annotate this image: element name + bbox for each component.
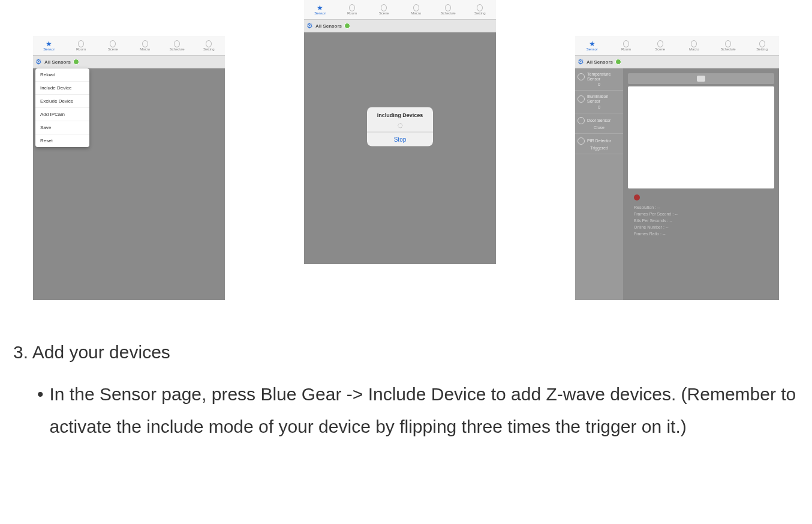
camera-panel: Resolution : -- Frames Per Second : -- B… — [623, 68, 779, 300]
macro-icon — [142, 40, 148, 47]
sensor-header-title: All Sensors — [315, 23, 342, 29]
tab-scene[interactable]: Scene — [97, 36, 129, 55]
scene-icon — [110, 40, 116, 47]
screenshot-including: ★ Sensor Room Scene Macro Schedule Se — [304, 0, 496, 264]
stat-fps: Frames Per Second : -- — [634, 211, 774, 217]
menu-reload[interactable]: Reload — [35, 68, 89, 82]
tab-macro[interactable]: Macro — [129, 36, 161, 55]
gear-icon[interactable]: ⚙ — [35, 58, 42, 66]
tab-sensor[interactable]: ★ Sensor — [575, 36, 609, 55]
camera-view[interactable] — [628, 86, 774, 188]
menu-reset[interactable]: Reset — [35, 134, 89, 147]
door-icon — [578, 117, 585, 124]
camera-stats: Resolution : -- Frames Per Second : -- B… — [628, 204, 774, 237]
stat-online: Online Number : -- — [634, 224, 774, 230]
spinner-icon: ◌ — [367, 121, 433, 132]
setting-icon — [206, 40, 212, 47]
tab-room[interactable]: Room — [609, 36, 643, 55]
tab-sensor[interactable]: ★ Sensor — [33, 36, 65, 55]
stat-bps: Bits Per Seconds : -- — [634, 217, 774, 224]
tab-bar: ★ Sensor Room Scene Macro Schedule Se — [304, 0, 496, 20]
gear-dropdown: Reload Include Device Exclude Device Add… — [35, 68, 89, 147]
sensor-header-title: All Sensors — [44, 59, 71, 65]
home-icon — [78, 40, 84, 47]
sidebar-item-door[interactable]: Door Sensor Close — [575, 113, 623, 134]
home-icon — [623, 40, 629, 47]
sensor-header: ⚙ All Sensors — [304, 20, 496, 32]
bullet-marker: • — [37, 378, 44, 443]
including-modal: Including Devices ◌ Stop — [367, 107, 433, 146]
tab-bar: ★ Sensor Room Scene Macro Schedule Se — [33, 36, 225, 56]
bullet-text: In the Sensor page, press Blue Gear -> I… — [50, 378, 805, 443]
sidebar-item-illumination[interactable]: Illumination Sensor 0 — [575, 91, 623, 113]
menu-save[interactable]: Save — [35, 121, 89, 134]
stat-resolution: Resolution : -- — [634, 204, 774, 211]
gear-icon[interactable]: ⚙ — [306, 22, 313, 30]
menu-include-device[interactable]: Include Device — [35, 82, 89, 95]
menu-add-ipcam[interactable]: Add IPCam — [35, 108, 89, 121]
star-icon: ★ — [46, 41, 52, 47]
camera-header — [628, 73, 774, 84]
setting-icon — [477, 4, 483, 11]
status-dot-icon — [73, 59, 79, 65]
gear-icon[interactable]: ⚙ — [578, 58, 584, 66]
tab-sensor[interactable]: ★ Sensor — [304, 0, 336, 19]
modal-title: Including Devices — [367, 107, 433, 121]
sidebar-item-temperature[interactable]: Temperature Sensor 0 — [575, 68, 623, 91]
stat-ratio: Frames Ratio : -- — [634, 230, 774, 237]
star-icon: ★ — [589, 41, 596, 47]
schedule-icon — [725, 40, 731, 47]
macro-icon — [691, 40, 697, 47]
schedule-icon — [174, 40, 180, 47]
screenshot-camera: ★ Sensor Room Scene Macro Schedule Se — [575, 36, 779, 300]
tab-schedule[interactable]: Schedule — [432, 0, 464, 19]
tab-setting[interactable]: Setting — [464, 0, 496, 19]
scene-icon — [657, 40, 663, 47]
tab-setting[interactable]: Setting — [193, 36, 225, 55]
home-icon — [349, 4, 355, 11]
sensor-header-title: All Sensors — [587, 59, 613, 65]
camera-icon — [697, 76, 705, 82]
motion-icon — [578, 137, 585, 145]
macro-icon — [413, 4, 419, 11]
scene-icon — [381, 4, 387, 11]
record-icon — [634, 194, 640, 200]
tab-schedule[interactable]: Schedule — [161, 36, 193, 55]
tab-room[interactable]: Room — [65, 36, 97, 55]
step-heading: 3. Add your devices — [13, 342, 812, 363]
schedule-icon — [445, 4, 451, 11]
sensor-sidebar: Temperature Sensor 0 Illumination Sensor… — [575, 68, 623, 300]
status-dot-icon — [615, 59, 621, 65]
tab-schedule[interactable]: Schedule — [711, 36, 745, 55]
screenshot-menu: ★ Sensor Room Scene Macro Schedule Se — [33, 36, 225, 300]
tab-scene[interactable]: Scene — [368, 0, 400, 19]
temp-icon — [578, 73, 585, 80]
stop-button[interactable]: Stop — [367, 132, 433, 146]
tab-scene[interactable]: Scene — [643, 36, 677, 55]
tab-macro[interactable]: Macro — [677, 36, 711, 55]
sensor-header: ⚙ All Sensors — [33, 56, 225, 68]
status-dot-icon — [344, 23, 350, 29]
tab-bar: ★ Sensor Room Scene Macro Schedule Se — [575, 36, 779, 56]
setting-icon — [759, 40, 765, 47]
tab-macro[interactable]: Macro — [400, 0, 432, 19]
sidebar-item-pir[interactable]: PIR Detector Triggered — [575, 134, 623, 154]
menu-exclude-device[interactable]: Exclude Device — [35, 95, 89, 108]
instructions-block: 3. Add your devices • In the Sensor page… — [0, 300, 812, 443]
tab-setting[interactable]: Setting — [745, 36, 779, 55]
tab-room[interactable]: Room — [336, 0, 368, 19]
light-icon — [578, 95, 585, 103]
star-icon: ★ — [317, 5, 323, 11]
sensor-header: ⚙ All Sensors — [575, 56, 779, 68]
